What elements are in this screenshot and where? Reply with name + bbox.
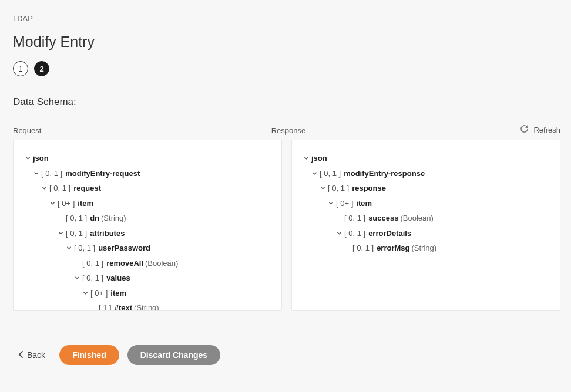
chevron-down-icon[interactable]: [65, 245, 72, 252]
node-name: modifyEntry-response: [344, 168, 425, 180]
node-name: removeAll: [106, 258, 143, 269]
footer: Back Finished Discard Changes: [0, 331, 571, 379]
tree-row[interactable]: [ 0, 1 ] modifyEntry-request: [24, 166, 271, 181]
node-name: item: [110, 288, 126, 299]
node-name: item: [356, 198, 372, 209]
cardinality: [ 0, 1 ]: [320, 168, 341, 180]
step-connector: [28, 69, 34, 69]
cardinality: [ 0+ ]: [58, 198, 75, 209]
chevron-down-icon[interactable]: [49, 200, 56, 207]
tree-row[interactable]: json: [303, 151, 549, 166]
chevron-down-icon[interactable]: [319, 185, 326, 192]
tree-row[interactable]: [ 0+ ] item: [24, 286, 271, 301]
chevron-down-icon[interactable]: [327, 200, 334, 207]
node-name: #text: [115, 302, 132, 311]
page-title: Modify Entry: [13, 33, 560, 50]
tree-row[interactable]: [ 0, 1 ] removeAll (Boolean): [24, 256, 271, 271]
node-name: modifyEntry-request: [65, 168, 140, 180]
response-panel: json [ 0, 1 ] modifyEntry-response [ 0, …: [291, 140, 560, 311]
cardinality: [ 0, 1 ]: [344, 212, 365, 224]
node-type: (Boolean): [400, 212, 433, 224]
chevron-down-icon[interactable]: [57, 229, 64, 236]
cardinality: [ 1 ]: [99, 302, 112, 311]
tree-row[interactable]: [ 0, 1 ] modifyEntry-response: [303, 166, 549, 181]
chevron-left-icon: [19, 350, 23, 360]
tree-row[interactable]: [ 0, 1 ] userPassword: [24, 241, 271, 256]
node-name: attributes: [90, 228, 125, 239]
tree-row[interactable]: json: [24, 151, 271, 166]
cardinality: [ 0, 1 ]: [82, 258, 103, 269]
tree-row[interactable]: [ 0, 1 ] dn (String): [24, 211, 271, 226]
chevron-down-icon[interactable]: [73, 275, 80, 282]
cardinality: [ 0, 1 ]: [328, 183, 349, 194]
node-name: response: [352, 183, 386, 194]
chevron-down-icon[interactable]: [335, 229, 342, 236]
node-type: (String): [412, 242, 437, 254]
node-name: dn: [90, 212, 99, 224]
tree-row[interactable]: [ 0+ ] item: [303, 196, 549, 211]
tree-row[interactable]: [ 0, 1 ] request: [24, 181, 271, 196]
cardinality: [ 0, 1 ]: [49, 183, 70, 194]
cardinality: [ 0, 1 ]: [352, 242, 374, 254]
node-type: (Boolean): [145, 258, 178, 269]
refresh-button[interactable]: Refresh: [520, 124, 560, 135]
back-label: Back: [27, 350, 45, 360]
refresh-label: Refresh: [533, 126, 560, 134]
node-name: item: [78, 198, 93, 209]
cardinality: [ 0, 1 ]: [344, 228, 365, 239]
node-type: (String): [101, 212, 126, 224]
request-panel: json [ 0, 1 ] modifyEntry-request [ 0, 1…: [13, 140, 282, 311]
chevron-down-icon[interactable]: [303, 155, 310, 162]
response-tree: json [ 0, 1 ] modifyEntry-response [ 0, …: [303, 151, 549, 256]
tree-row[interactable]: [ 0, 1 ] values: [24, 271, 271, 286]
node-name: request: [73, 183, 101, 194]
chevron-down-icon[interactable]: [32, 170, 39, 177]
chevron-down-icon[interactable]: [311, 170, 318, 177]
response-header: Response: [271, 126, 520, 135]
node-name: json: [33, 153, 49, 164]
step-1[interactable]: 1: [13, 61, 28, 76]
tree-row[interactable]: [ 0+ ] item: [24, 196, 271, 211]
tree-row[interactable]: [ 0, 1 ] errorDetails: [303, 226, 549, 241]
cardinality: [ 0, 1 ]: [66, 212, 87, 224]
cardinality: [ 0, 1 ]: [41, 168, 62, 180]
stepper: 1 2: [13, 61, 560, 76]
cardinality: [ 0, 1 ]: [82, 272, 103, 284]
finished-button[interactable]: Finished: [59, 345, 119, 365]
section-label: Data Schema:: [13, 96, 560, 108]
tree-row[interactable]: [ 0, 1 ] response: [303, 181, 549, 196]
tree-row[interactable]: [ 1 ] #text (String): [24, 300, 271, 311]
node-name: errorDetails: [368, 228, 411, 239]
discard-button[interactable]: Discard Changes: [127, 345, 220, 365]
node-name: json: [311, 153, 327, 164]
node-type: (String): [134, 302, 159, 311]
cardinality: [ 0, 1 ]: [74, 242, 95, 254]
step-2[interactable]: 2: [34, 61, 49, 76]
request-header: Request: [13, 126, 262, 135]
refresh-icon: [520, 124, 529, 135]
tree-row[interactable]: [ 0, 1 ] attributes: [24, 226, 271, 241]
chevron-down-icon[interactable]: [82, 289, 89, 296]
breadcrumb-ldap[interactable]: LDAP: [13, 14, 33, 23]
chevron-down-icon[interactable]: [24, 155, 31, 162]
node-name: errorMsg: [377, 242, 409, 254]
chevron-down-icon[interactable]: [41, 185, 48, 192]
back-button[interactable]: Back: [13, 347, 51, 363]
tree-row[interactable]: [ 0, 1 ] success (Boolean): [303, 211, 549, 226]
node-name: success: [368, 212, 398, 224]
cardinality: [ 0+ ]: [90, 288, 108, 299]
tree-row[interactable]: [ 0, 1 ] errorMsg (String): [303, 241, 549, 256]
node-name: userPassword: [98, 242, 150, 254]
request-tree: json [ 0, 1 ] modifyEntry-request [ 0, 1…: [24, 151, 271, 311]
cardinality: [ 0+ ]: [336, 198, 353, 209]
node-name: values: [106, 272, 130, 284]
cardinality: [ 0, 1 ]: [66, 228, 87, 239]
